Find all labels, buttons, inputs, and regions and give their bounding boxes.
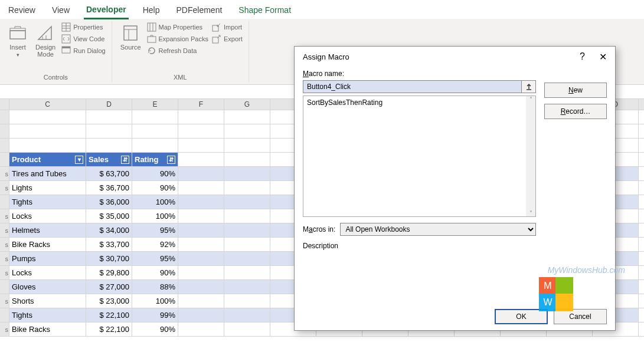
cell-sales[interactable]: $ 35,000 <box>86 209 132 223</box>
chevron-down-icon: ▾ <box>17 52 19 58</box>
record-button[interactable]: Record… <box>544 104 607 119</box>
col-header-c[interactable]: C <box>9 99 86 110</box>
svg-rect-10 <box>62 47 70 48</box>
tab-view[interactable]: View <box>50 3 72 18</box>
cell-product[interactable]: Tires and Tubes <box>9 167 86 180</box>
export-button[interactable]: Export <box>212 34 243 44</box>
scroll-up-icon[interactable]: ˄ <box>529 96 532 103</box>
scroll-down-icon[interactable]: ˅ <box>529 210 532 216</box>
expansion-packs-label: Expansion Packs <box>159 35 208 42</box>
macro-name-label: Macro name: <box>303 70 536 78</box>
cell-sales[interactable]: $ 30,700 <box>86 252 132 265</box>
cell-rating[interactable]: 100% <box>132 209 178 223</box>
tab-help[interactable]: Help <box>140 3 162 18</box>
col-header-d[interactable]: D <box>86 99 132 110</box>
code-icon <box>61 34 71 44</box>
new-button[interactable]: New <box>544 83 607 98</box>
import-button[interactable]: Import <box>212 22 243 32</box>
cell-sales[interactable]: $ 34,000 <box>86 223 132 237</box>
tab-shape-format[interactable]: Shape Format <box>236 3 293 18</box>
properties-button[interactable]: Properties <box>61 22 105 32</box>
cell-rating[interactable]: 92% <box>132 238 178 251</box>
macro-name-input[interactable] <box>303 80 522 93</box>
cell-product[interactable]: Locks <box>9 209 86 223</box>
cell-sales[interactable]: $ 23,000 <box>86 294 132 308</box>
cell-sales[interactable]: $ 33,700 <box>86 238 132 251</box>
macro-list[interactable]: SortBySalesThenRating ˄˅ <box>303 96 536 217</box>
source-button[interactable]: Source <box>118 22 143 52</box>
cell-rating[interactable]: 95% <box>132 252 178 265</box>
cell-rating[interactable]: 90% <box>132 266 178 279</box>
dialog-titlebar[interactable]: Assign Macro ? ✕ <box>295 47 615 67</box>
col-header-f[interactable]: F <box>178 99 224 110</box>
refresh-data-label: Refresh Data <box>159 47 197 54</box>
tab-pdfelement[interactable]: PDFelement <box>174 3 225 18</box>
cell-sales[interactable]: $ 36,700 <box>86 181 132 195</box>
table-header[interactable]: Rating⇵ <box>132 153 178 166</box>
cell-product[interactable]: Tights <box>9 308 86 322</box>
cell-product[interactable]: Gloves <box>9 280 86 294</box>
help-icon[interactable]: ? <box>580 51 585 62</box>
toolbox-icon <box>8 24 27 42</box>
view-code-label: View Code <box>73 35 104 42</box>
macro-list-item[interactable]: SortBySalesThenRating <box>307 98 532 107</box>
cell-product[interactable]: Bike Racks <box>9 238 86 251</box>
ruler-triangle-icon <box>36 24 55 42</box>
table-header[interactable]: Sales⇵ <box>86 153 132 166</box>
col-header[interactable] <box>0 99 9 110</box>
filter-dropdown-icon[interactable]: ⇵ <box>167 156 175 164</box>
controls-group-label: Controls <box>44 74 68 81</box>
expansion-packs-button[interactable]: Expansion Packs <box>147 34 208 44</box>
cell-product[interactable]: Tights <box>9 195 86 209</box>
cell-sales[interactable]: $ 22,100 <box>86 308 132 322</box>
cell-product[interactable]: Locks <box>9 266 86 279</box>
cell-rating[interactable]: 99% <box>132 308 178 322</box>
cell-product[interactable]: Lights <box>9 181 86 195</box>
scrollbar[interactable]: ˄˅ <box>526 96 535 216</box>
source-label: Source <box>120 44 141 51</box>
export-label: Export <box>224 35 243 42</box>
col-header-e[interactable]: E <box>132 99 178 110</box>
run-dialog-label: Run Dialog <box>73 47 105 54</box>
insert-control-button[interactable]: Insert ▾ <box>6 22 30 59</box>
cell-rating[interactable]: 100% <box>132 294 178 308</box>
col-header-g[interactable]: G <box>224 99 270 110</box>
cancel-button[interactable]: Cancel <box>554 309 607 324</box>
macros-in-select[interactable]: All Open Workbooks <box>340 223 536 236</box>
ok-button[interactable]: OK <box>495 309 548 324</box>
cell-sales[interactable]: $ 63,700 <box>86 167 132 180</box>
macros-in-label: Macros in: <box>303 225 335 233</box>
cell-sales[interactable]: $ 36,000 <box>86 195 132 209</box>
cell-rating[interactable]: 90% <box>132 167 178 180</box>
cell-product[interactable]: Helmets <box>9 223 86 237</box>
cell-product[interactable]: Pumps <box>9 252 86 265</box>
cell-rating[interactable]: 90% <box>132 322 178 336</box>
properties-icon <box>61 22 71 32</box>
filter-dropdown-icon[interactable]: ⇵ <box>121 156 129 164</box>
cell-product[interactable]: Bike Racks <box>9 322 86 336</box>
map-properties-button[interactable]: Map Properties <box>147 22 208 32</box>
cell-rating[interactable]: 88% <box>132 280 178 294</box>
cell-rating[interactable]: 95% <box>132 223 178 237</box>
design-mode-button[interactable]: DesignMode <box>33 22 58 59</box>
tab-review[interactable]: Review <box>6 3 38 18</box>
tab-developer[interactable]: Developer <box>84 2 129 19</box>
close-icon[interactable]: ✕ <box>599 51 607 62</box>
range-selector-button[interactable] <box>522 80 536 93</box>
table-header[interactable]: Product▾ <box>9 153 86 166</box>
cell-sales[interactable]: $ 29,800 <box>86 266 132 279</box>
dialog-icon <box>61 46 71 55</box>
cell-rating[interactable]: 90% <box>132 181 178 195</box>
run-dialog-button[interactable]: Run Dialog <box>61 46 105 55</box>
cell-rating[interactable]: 100% <box>132 195 178 209</box>
cell-sales[interactable]: $ 27,000 <box>86 280 132 294</box>
refresh-data-button[interactable]: Refresh Data <box>147 46 208 55</box>
map-properties-icon <box>147 22 156 32</box>
source-panel-icon <box>121 24 140 42</box>
cell-sales[interactable]: $ 22,100 <box>86 322 132 336</box>
properties-label: Properties <box>73 24 103 31</box>
view-code-button[interactable]: View Code <box>61 34 105 44</box>
cell-product[interactable]: Shorts <box>9 294 86 308</box>
refresh-icon <box>147 46 156 55</box>
filter-dropdown-icon[interactable]: ▾ <box>75 156 83 164</box>
